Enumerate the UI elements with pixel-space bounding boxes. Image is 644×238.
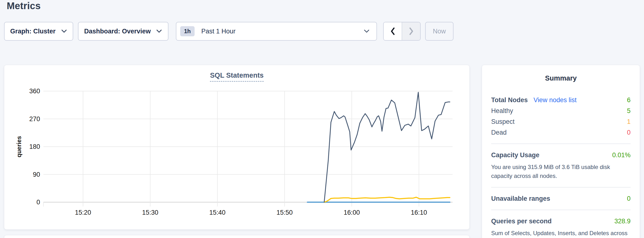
y-tick-label: 0 — [36, 199, 40, 206]
dashboard-dropdown[interactable]: Dashboard: Overview — [78, 22, 168, 41]
summary-divider — [491, 144, 630, 144]
view-nodes-list-link[interactable]: View nodes list — [534, 96, 577, 104]
x-tick-label: 15:20 — [75, 209, 91, 216]
summary-panel: Summary Total Nodes View nodes list 6 He… — [482, 65, 640, 238]
y-tick-label: 90 — [33, 171, 40, 178]
nodes-summary: Total Nodes View nodes list 6 Healthy 5 … — [491, 96, 630, 137]
unavailable-ranges-value: 0 — [627, 194, 630, 203]
suspect-value: 1 — [627, 117, 630, 126]
time-range-label: Past 1 Hour — [201, 28, 236, 35]
time-range-selector[interactable]: 1h Past 1 Hour — [176, 22, 377, 41]
graph-scope-dropdown[interactable]: Graph: Cluster — [4, 22, 73, 41]
unavailable-ranges-block: Unavailable ranges 0 — [491, 194, 630, 203]
chevron-down-icon — [61, 29, 67, 33]
queries-per-second-value: 328.9 — [614, 217, 630, 225]
capacity-usage-value: 0.01% — [612, 151, 630, 159]
total-nodes-row: Total Nodes View nodes list 6 — [491, 96, 630, 104]
chevron-right-icon — [408, 27, 414, 35]
chart-title-text[interactable]: SQL Statements — [210, 71, 264, 82]
summary-divider — [491, 187, 630, 187]
dead-nodes-row: Dead 0 — [491, 128, 630, 137]
queries-per-second-block: Queries per second 328.9 Sum of Selects,… — [491, 217, 630, 238]
x-tick-label: 15:50 — [276, 209, 293, 216]
metrics-page: { "header": { "title": "Metrics" }, "con… — [0, 0, 644, 238]
x-tick-label: 16:10 — [411, 209, 427, 216]
time-forward-button-disabled[interactable] — [402, 22, 420, 40]
x-tick-label: 16:00 — [344, 209, 360, 216]
y-axis-label: queries — [16, 136, 22, 158]
time-back-button[interactable] — [384, 22, 402, 40]
healthy-nodes-row: Healthy 5 — [491, 106, 630, 115]
chart-title: SQL Statements — [4, 71, 469, 79]
chevron-left-icon — [390, 27, 396, 35]
graph-scope-dropdown-label: Graph: Cluster — [10, 28, 56, 35]
dead-value: 0 — [627, 128, 630, 137]
healthy-label: Healthy — [491, 106, 513, 115]
suspect-label: Suspect — [491, 117, 515, 126]
time-step-button-group — [383, 22, 420, 41]
chevron-down-icon — [364, 29, 370, 33]
y-tick-label: 360 — [29, 87, 40, 95]
summary-divider — [491, 210, 630, 210]
capacity-usage-description: You are using 315.9 MiB of 3.6 TiB usabl… — [491, 163, 630, 180]
summary-title: Summary — [491, 74, 630, 82]
x-tick-label: 15:30 — [142, 209, 158, 216]
queries-per-second-label: Queries per second — [491, 217, 552, 225]
capacity-usage-block: Capacity Usage 0.01% You are using 315.9… — [491, 151, 630, 180]
healthy-value: 5 — [627, 106, 630, 115]
x-tick-label: 15:40 — [209, 209, 226, 216]
chart-series-dark-blue-line — [324, 92, 450, 202]
time-range-badge: 1h — [180, 26, 194, 36]
suspect-nodes-row: Suspect 1 — [491, 117, 630, 126]
page-title: Metrics — [7, 1, 40, 11]
sql-statements-chart[interactable]: 09018027036015:2015:3015:4015:5016:0016:… — [4, 65, 469, 229]
dashboard-dropdown-label: Dashboard: Overview — [84, 28, 151, 35]
unavailable-ranges-label: Unavailable ranges — [491, 194, 550, 203]
sql-statements-chart-card: SQL Statements 09018027036015:2015:3015:… — [4, 65, 470, 229]
now-button[interactable]: Now — [425, 22, 454, 41]
next-chart-card-partial — [4, 235, 470, 238]
chart-series-yellow-line — [324, 197, 450, 202]
y-tick-label: 270 — [29, 115, 40, 123]
y-tick-label: 180 — [29, 143, 40, 150]
queries-per-second-description: Sum of Selects, Updates, Inserts, and De… — [491, 229, 630, 238]
capacity-usage-label: Capacity Usage — [491, 151, 540, 159]
total-nodes-value: 6 — [627, 96, 630, 104]
total-nodes-label: Total Nodes — [491, 96, 528, 104]
now-button-label: Now — [433, 28, 446, 35]
chevron-down-icon — [156, 29, 162, 33]
dead-label: Dead — [491, 128, 507, 137]
